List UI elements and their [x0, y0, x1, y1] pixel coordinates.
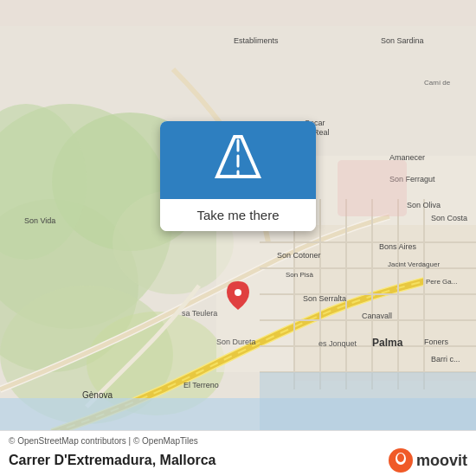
svg-text:Son Vida: Son Vida	[24, 216, 55, 225]
svg-point-57	[397, 453, 404, 462]
map-container: Establiments Son Sardina Son Vida es Sec…	[0, 0, 476, 476]
svg-text:Barri c...: Barri c...	[431, 355, 460, 363]
svg-text:Gènova: Gènova	[82, 390, 113, 400]
svg-point-51	[235, 289, 241, 296]
svg-text:Foners: Foners	[424, 338, 449, 346]
svg-text:Son Oliva: Son Oliva	[407, 201, 441, 209]
svg-text:Establiments: Establiments	[234, 36, 279, 45]
location-name: Carrer D'Extremadura, Mallorca	[9, 453, 215, 468]
svg-text:Son Dureta: Son Dureta	[216, 338, 256, 346]
svg-text:El Terreno: El Terreno	[183, 381, 219, 389]
take-me-there-button[interactable]: Take me there	[160, 199, 316, 231]
svg-text:Bons Aires: Bons Aires	[379, 242, 417, 251]
moovit-text: moovit	[416, 452, 467, 470]
svg-text:Jacint Verdaguer: Jacint Verdaguer	[388, 261, 440, 268]
moovit-icon	[389, 448, 413, 473]
svg-text:Son Serralta: Son Serralta	[303, 294, 346, 303]
map-background: Establiments Son Sardina Son Vida es Sec…	[0, 0, 476, 476]
attribution-text: © OpenStreetMap contributors | © OpenMap…	[9, 436, 467, 446]
svg-text:Son Sardina: Son Sardina	[381, 36, 424, 45]
bottom-bar: © OpenStreetMap contributors | © OpenMap…	[0, 430, 476, 476]
svg-rect-49	[338, 160, 407, 216]
svg-text:Canavall: Canavall	[362, 312, 392, 320]
svg-text:Camí de: Camí de	[424, 79, 451, 87]
svg-text:Son Cotoner: Son Cotoner	[277, 251, 321, 260]
action-card: Take me there	[160, 121, 316, 231]
svg-text:Son Costa: Son Costa	[431, 214, 467, 222]
svg-text:sa Teulera: sa Teulera	[182, 309, 217, 318]
svg-text:Son Pisà: Son Pisà	[286, 271, 314, 279]
svg-text:es Jonquet: es Jonquet	[318, 339, 357, 348]
svg-text:Pere Ga...: Pere Ga...	[426, 278, 457, 286]
moovit-logo: moovit	[389, 448, 467, 473]
card-icon-area	[160, 121, 316, 199]
road-icon	[210, 133, 266, 187]
svg-text:Palma: Palma	[372, 337, 403, 349]
